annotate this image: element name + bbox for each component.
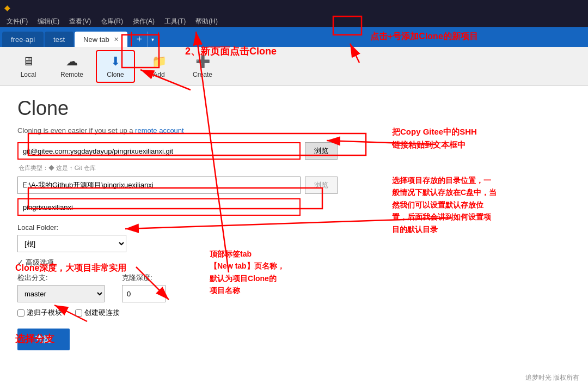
toolbar-remote-btn[interactable]: ☁ Remote — [52, 50, 91, 83]
remote-icon: ☁ — [66, 54, 78, 69]
annotation-clone-label: 2、新页面点击Clone — [185, 45, 277, 58]
branch-select[interactable]: master — [17, 285, 105, 302]
menu-repo[interactable]: 仓库(R) — [96, 16, 127, 27]
browse-btn-2[interactable]: 浏览 — [305, 177, 338, 194]
tab-new-tab[interactable]: New tab ✕ — [75, 32, 127, 47]
folder-select[interactable]: [根] — [17, 235, 126, 252]
new-tab-group: + ▾ — [131, 32, 159, 47]
annotation-new-tab-label: 点击+号添加Clone的新项目 — [370, 30, 478, 43]
checkbox-hardlink: 创建硬连接 — [75, 308, 120, 318]
tab-dropdown-button[interactable]: ▾ — [147, 32, 158, 47]
checkbox-hardlink-input[interactable] — [75, 309, 82, 317]
branch-field: 检出分支: master — [17, 273, 105, 302]
menu-tools[interactable]: 工具(T) — [160, 16, 190, 27]
local-icon: 🖥 — [22, 54, 34, 69]
toolbar-add-label: Add — [153, 71, 164, 78]
depth-field: 克隆深度: — [122, 273, 166, 302]
clone-title: Clone — [17, 97, 571, 120]
checkbox-recursive-label: 递归子模块 — [27, 308, 62, 318]
tab-free-api[interactable]: free-api — [2, 32, 44, 47]
app-icon: ◆ — [4, 3, 10, 12]
annotation-ssh-label: 把Copy Gitee中的SHH链接粘贴到文本框中 — [392, 125, 477, 151]
watermark: 追梦时光 版权所有 — [525, 373, 579, 382]
repo-type-row: 仓库类型：◆ 这是 ↑ Git 仓库 — [19, 164, 571, 172]
checkboxes-row: 递归子模块 创建硬连接 — [17, 308, 571, 318]
depth-input[interactable] — [122, 285, 166, 302]
menu-file[interactable]: 文件(F) — [2, 16, 32, 27]
url-input-row: 浏览 — [17, 142, 571, 160]
menu-edit[interactable]: 编辑(E) — [33, 16, 64, 27]
remote-account-link[interactable]: remote account — [135, 126, 184, 135]
menu-view[interactable]: 查看(V) — [65, 16, 95, 27]
toolbar-clone-btn[interactable]: ⬇ Clone — [96, 50, 135, 83]
local-path-input[interactable] — [17, 177, 301, 194]
title-bar: ◆ — [0, 0, 588, 15]
menu-help[interactable]: 帮助(H) — [191, 16, 222, 27]
annotation-branch-label: 选择分支 — [15, 332, 54, 345]
folder-select-row: [根] — [17, 235, 571, 252]
toolbar-create-label: Create — [193, 71, 212, 78]
advanced-section: 检出分支: master 克隆深度: — [17, 273, 571, 302]
checkbox-recursive-input[interactable] — [17, 309, 24, 317]
tab-close-icon[interactable]: ✕ — [114, 36, 119, 43]
url-input[interactable] — [17, 142, 301, 160]
toolbar-add-btn[interactable]: 📁 Add — [139, 50, 179, 83]
clone-icon: ⬇ — [111, 54, 120, 69]
annotation-tab-label: 顶部标签tab【New tab】页名称，默认为项目Clone的项目名称 — [210, 248, 285, 297]
name-input[interactable] — [17, 198, 301, 216]
menu-action[interactable]: 操作(A) — [128, 16, 159, 27]
checkbox-recursive: 递归子模块 — [17, 308, 62, 318]
depth-label: 克隆深度: — [122, 273, 166, 283]
clone-subtitle: Cloning is even easier if you set up a r… — [17, 126, 571, 135]
checkbox-hardlink-label: 创建硬连接 — [84, 308, 120, 318]
tab-bar: free-api test New tab ✕ + ▾ — [0, 27, 588, 47]
annotation-dir-label: 选择项目存放的目录位置，一般情况下默认存放在C盘中，当然我们可以设置默认存放位置… — [392, 174, 539, 235]
toolbar-remote-label: Remote — [60, 71, 83, 78]
toolbar-clone-label: Clone — [107, 71, 124, 78]
browse-btn-1[interactable]: 浏览 — [305, 142, 338, 160]
add-icon: 📁 — [152, 54, 167, 69]
toolbar-local-label: Local — [21, 71, 36, 78]
menu-bar: 文件(F) 编辑(E) 查看(V) 仓库(R) 操作(A) 工具(T) 帮助(H… — [0, 15, 588, 27]
annotation-depth-label: Clone深度，大项目非常实用 — [15, 262, 126, 275]
toolbar: 🖥 Local ☁ Remote ⬇ Clone 📁 Add ➕ Create — [0, 47, 588, 86]
toolbar-local-btn[interactable]: 🖥 Local — [9, 50, 48, 83]
new-tab-button[interactable]: + — [132, 32, 147, 47]
tab-test[interactable]: test — [45, 32, 74, 47]
